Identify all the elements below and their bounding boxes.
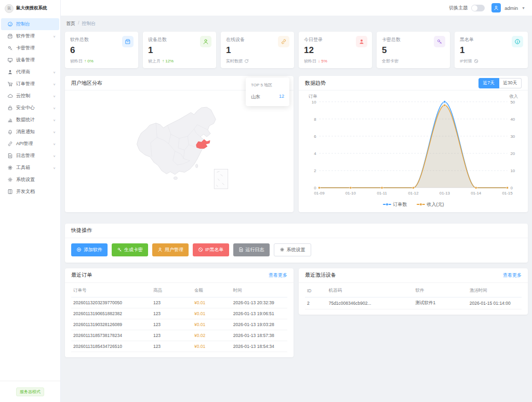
range-button[interactable]: 近7天 — [478, 78, 499, 88]
table-row[interactable]: 275d1c008346cb902...测试软件12026-01-15 01:1… — [305, 297, 522, 309]
map-inset-south-china-sea — [214, 169, 228, 189]
svg-text:10: 10 — [312, 100, 316, 105]
table-cell: 20260113203239770050 — [71, 297, 151, 308]
sidebar-item[interactable]: 订单管理∨ — [1, 78, 59, 90]
sidebar-item-label: API管理 — [16, 140, 33, 147]
quick-action-primary-button[interactable]: 添加软件 — [71, 243, 108, 256]
gear-solid-icon — [7, 165, 13, 171]
orders-more-link[interactable]: 查看更多 — [269, 272, 287, 279]
sidebar-item-label: 日志管理 — [16, 152, 35, 159]
user-icon — [200, 36, 211, 47]
stat-card: 卡密总数5全部卡密 — [377, 32, 450, 68]
legend-label: 收入(元) — [427, 201, 444, 208]
sidebar-item[interactable]: 软件管理∨ — [1, 30, 59, 42]
info-icon — [512, 36, 523, 47]
quick-action-success-button[interactable]: 生成卡密 — [112, 243, 148, 256]
svg-text:8: 8 — [314, 117, 316, 122]
table-cell: ¥0.01 — [192, 308, 231, 319]
stat-sub-label: 全部卡密 — [382, 58, 398, 64]
app-logo: 鼠 鼠大侠授权系统 — [0, 0, 60, 17]
svg-text:0: 0 — [510, 186, 513, 190]
svg-text:订单: 订单 — [309, 94, 317, 99]
stat-card: 今日登录12较昨日↓ 5% — [299, 32, 372, 68]
link-icon — [7, 141, 13, 147]
recent-devices-card: 最近激活设备 查看更多 ID机器码软件激活时间275d1c008346cb902… — [299, 268, 528, 315]
breadcrumb-home[interactable]: 首页 — [66, 20, 75, 27]
table-row[interactable]: 20260113203239770050123¥0.012026-01-13 2… — [71, 297, 287, 308]
table-row[interactable]: 20260113190328126089123¥0.012026-01-13 1… — [71, 319, 287, 330]
svg-text:30: 30 — [510, 134, 515, 139]
stat-sub: 较昨日↓ 5% — [304, 58, 367, 64]
table-row[interactable]: 20260113185738178234123¥0.022026-01-13 1… — [71, 330, 287, 341]
user-avatar[interactable] — [491, 3, 501, 12]
theme-toggle-switch[interactable] — [471, 5, 485, 11]
svg-text:01-11: 01-11 — [377, 191, 387, 196]
svg-text:01-13: 01-13 — [440, 191, 450, 196]
document-icon — [7, 153, 13, 159]
bell-icon — [7, 129, 13, 135]
topbar: 切换主题 admin ▼ — [61, 0, 532, 16]
plus-circle-icon — [76, 247, 82, 252]
svg-text:0: 0 — [314, 186, 316, 190]
range-button[interactable]: 近30天 — [499, 78, 522, 88]
legend-item[interactable]: 订单数 — [383, 201, 407, 208]
table-cell: 20260113185738178234 — [71, 330, 151, 341]
table-cell: ¥0.01 — [192, 297, 231, 308]
quick-action-danger-button[interactable]: IP黑名单 — [193, 243, 229, 256]
stat-card: 软件总数6较昨日↑ 0% — [65, 32, 138, 68]
svg-text:01-12: 01-12 — [408, 191, 418, 196]
chevron-down-icon[interactable]: ▼ — [522, 6, 525, 10]
legend-item[interactable]: 收入(元) — [417, 201, 444, 208]
sidebar-item[interactable]: 日志管理∨ — [1, 150, 59, 162]
sidebar-item-label: 软件管理 — [16, 33, 35, 40]
quick-action-default-button[interactable]: 系统设置 — [274, 243, 311, 256]
sidebar-item[interactable]: 消息通知∨ — [1, 126, 59, 138]
sidebar-item[interactable]: 代理商∨ — [1, 66, 59, 78]
sidebar-item[interactable]: 数据统计∨ — [1, 114, 59, 126]
recent-orders-card: 最近订单 查看更多 订单号商品金额时间202601132032397700501… — [65, 268, 294, 357]
sidebar-item[interactable]: 开发文档 — [1, 186, 59, 198]
sidebar-item[interactable]: 安全中心∨ — [1, 102, 59, 114]
table-row[interactable]: 20260113185434726510123¥0.012026-01-13 1… — [71, 341, 287, 352]
sidebar-item[interactable]: 设备管理 — [1, 54, 59, 66]
sidebar-item[interactable]: 工具箱∨ — [1, 162, 59, 174]
quick-action-info-button[interactable]: 运行日志 — [233, 243, 270, 256]
username[interactable]: admin — [504, 5, 518, 11]
cart-icon — [7, 81, 13, 87]
table-cell: 123 — [151, 319, 192, 330]
table-cell: 20260113190328126089 — [71, 319, 151, 330]
chevron-down-icon: ∨ — [53, 82, 56, 85]
sidebar-item[interactable]: 控制台 — [1, 18, 59, 30]
quick-action-warning-button[interactable]: 用户管理 — [152, 243, 189, 256]
sidebar-item[interactable]: API管理∨ — [1, 138, 59, 150]
svg-text:40: 40 — [510, 117, 515, 122]
sidebar-item-label: 工具箱 — [16, 164, 30, 171]
table-cell: ¥0.02 — [192, 330, 231, 341]
chevron-down-icon: ∨ — [53, 130, 56, 133]
devices-more-link[interactable]: 查看更多 — [503, 272, 522, 279]
table-header-cell: 金额 — [192, 284, 231, 297]
sidebar-item-label: 代理商 — [16, 69, 30, 75]
sidebar-item-label: 设备管理 — [16, 57, 35, 63]
sidebar-item[interactable]: 卡密管理 — [1, 42, 59, 54]
table-row[interactable]: 20260113190651882382123¥0.012026-01-13 1… — [71, 308, 287, 319]
stats-icon — [7, 117, 13, 123]
table-header-row: ID机器码软件激活时间 — [305, 284, 522, 297]
stat-sub-label: 实时数据 — [226, 58, 243, 64]
table-cell: 2026-01-13 19:03:28 — [231, 319, 287, 330]
stat-sub: 实时数据 — [226, 58, 289, 64]
chevron-down-icon: ∨ — [53, 166, 56, 169]
table-cell: 20260113190651882382 — [71, 308, 151, 319]
sidebar-footer: 服务器模式 — [0, 381, 60, 402]
cloud-icon — [7, 93, 13, 99]
breadcrumb-separator: / — [78, 20, 79, 27]
key-icon — [434, 36, 445, 47]
legend-marker-icon — [383, 202, 391, 206]
sidebar-item[interactable]: 系统设置 — [1, 174, 59, 186]
map-card-title: 用户地区分布 — [71, 80, 102, 87]
sidebar-item[interactable]: 云控制∨ — [1, 90, 59, 102]
gear-icon — [280, 247, 285, 252]
key-icon — [7, 45, 13, 51]
china-map[interactable] — [126, 106, 232, 190]
orders-card-header: 最近订单 查看更多 — [65, 268, 294, 283]
